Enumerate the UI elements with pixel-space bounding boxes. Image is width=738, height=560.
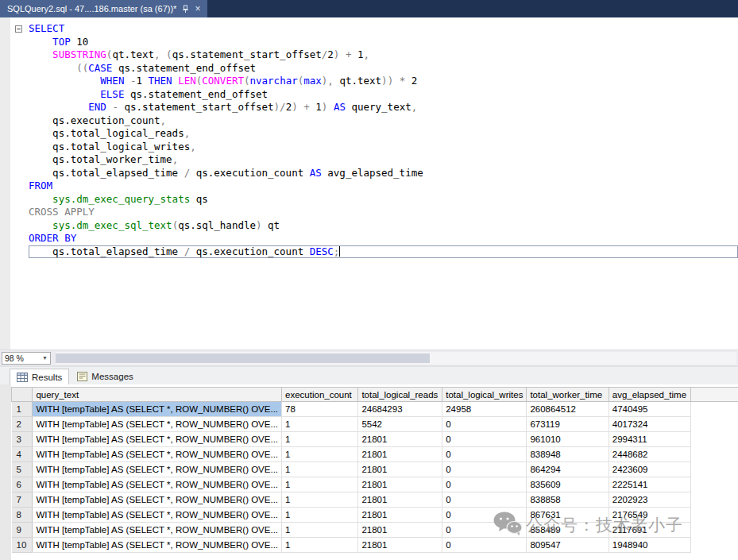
- cell-query_text[interactable]: WITH [tempTable] AS (SELECT *, ROW_NUMBE…: [33, 477, 282, 492]
- cell-execution_count[interactable]: 1: [282, 477, 358, 492]
- cell-avg_elapsed_time[interactable]: 4740495: [609, 402, 691, 417]
- code-line[interactable]: ORDER BY: [29, 232, 738, 245]
- cell-total_logical_reads[interactable]: 21801: [358, 447, 442, 462]
- cell-avg_elapsed_time[interactable]: 1948940: [609, 538, 691, 553]
- row-number[interactable]: 8: [12, 508, 33, 523]
- row-number[interactable]: 3: [12, 432, 33, 447]
- cell-execution_count[interactable]: 1: [282, 523, 358, 538]
- cell-total_worker_time[interactable]: 838948: [527, 447, 609, 462]
- cell-total_worker_time[interactable]: 809547: [527, 538, 609, 553]
- code-line[interactable]: END - qs.statement_start_offset)/2) + 1)…: [29, 101, 738, 114]
- cell-avg_elapsed_time[interactable]: 4017324: [609, 417, 691, 432]
- cell-avg_elapsed_time[interactable]: 2225141: [609, 477, 691, 492]
- grid-corner-cell[interactable]: [12, 388, 33, 402]
- cell-total_worker_time[interactable]: 961010: [527, 432, 609, 447]
- cell-total_logical_reads[interactable]: 21801: [358, 523, 442, 538]
- code-line[interactable]: qs.total_logical_reads,: [29, 127, 738, 141]
- cell-total_worker_time[interactable]: 838858: [527, 492, 609, 508]
- cell-total_logical_reads[interactable]: 5542: [358, 417, 442, 432]
- code-line[interactable]: WHEN -1 THEN LEN(CONVERT(nvarchar(max), …: [29, 75, 738, 88]
- cell-total_logical_writes[interactable]: 0: [442, 417, 527, 432]
- row-number[interactable]: 10: [12, 538, 33, 553]
- column-header-query_text[interactable]: query_text: [33, 388, 282, 402]
- cell-execution_count[interactable]: 78: [282, 402, 358, 417]
- cell-execution_count[interactable]: 1: [282, 538, 358, 553]
- cell-total_logical_writes[interactable]: 0: [442, 538, 527, 553]
- cell-total_logical_writes[interactable]: 0: [442, 477, 527, 492]
- code-line[interactable]: TOP 10: [29, 36, 738, 49]
- cell-avg_elapsed_time[interactable]: 2202923: [609, 492, 691, 508]
- cell-total_worker_time[interactable]: 867631: [527, 508, 609, 523]
- cell-execution_count[interactable]: 1: [282, 492, 358, 508]
- column-header-avg_elapsed_time[interactable]: avg_elapsed_time: [609, 388, 691, 402]
- cell-avg_elapsed_time[interactable]: 2117691: [609, 523, 691, 538]
- pin-icon[interactable]: [182, 5, 189, 14]
- code-line[interactable]: sys.dm_exec_sql_text(qs.sql_handle) qt: [29, 219, 738, 233]
- cell-total_worker_time[interactable]: 673119: [527, 417, 609, 432]
- row-number[interactable]: 9: [12, 523, 33, 538]
- row-number[interactable]: 2: [12, 417, 33, 432]
- code-line[interactable]: qs.total_worker_time,: [29, 153, 738, 167]
- sql-editor[interactable]: − SELECT TOP 10 SUBSTRING(qt.text, (qs.s…: [0, 17, 738, 350]
- scrollbar-thumb[interactable]: [56, 353, 430, 363]
- code-line[interactable]: ((CASE qs.statement_end_offset: [29, 62, 738, 75]
- cell-total_worker_time[interactable]: 835609: [527, 477, 609, 492]
- code-line[interactable]: qs.total_elapsed_time / qs.execution_cou…: [29, 245, 738, 259]
- code-line[interactable]: qs.total_elapsed_time / qs.execution_cou…: [29, 167, 738, 180]
- code-line[interactable]: SUBSTRING(qt.text, (qs.statement_start_o…: [29, 48, 738, 62]
- cell-total_logical_reads[interactable]: 24684293: [358, 402, 442, 417]
- row-number[interactable]: 5: [12, 462, 33, 477]
- tab-messages[interactable]: Messages: [71, 369, 139, 384]
- row-number[interactable]: 4: [12, 447, 33, 462]
- column-header-total_logical_writes[interactable]: total_logical_writes: [442, 388, 527, 402]
- document-tab[interactable]: SQLQuery2.sql - 47....186.master (sa (67…: [0, 0, 207, 17]
- cell-query_text[interactable]: WITH [tempTable] AS (SELECT *, ROW_NUMBE…: [33, 538, 282, 553]
- cell-total_logical_reads[interactable]: 21801: [358, 477, 442, 492]
- cell-execution_count[interactable]: 1: [282, 508, 358, 523]
- cell-total_logical_reads[interactable]: 21801: [358, 508, 442, 523]
- cell-total_logical_writes[interactable]: 0: [442, 523, 527, 538]
- cell-query_text[interactable]: WITH [tempTable] AS (SELECT *, ROW_NUMBE…: [33, 462, 282, 477]
- cell-total_logical_reads[interactable]: 21801: [358, 492, 442, 508]
- cell-query_text[interactable]: WITH [tempTable] AS (SELECT *, ROW_NUMBE…: [33, 508, 282, 523]
- cell-avg_elapsed_time[interactable]: 2994311: [609, 432, 691, 447]
- cell-query_text[interactable]: WITH [tempTable] AS (SELECT *, ROW_NUMBE…: [33, 492, 282, 508]
- cell-total_logical_writes[interactable]: 0: [442, 462, 527, 477]
- cell-execution_count[interactable]: 1: [282, 447, 358, 462]
- cell-avg_elapsed_time[interactable]: 2448682: [609, 447, 691, 462]
- close-icon[interactable]: ×: [195, 4, 200, 14]
- cell-total_worker_time[interactable]: 864294: [527, 462, 609, 477]
- cell-query_text[interactable]: WITH [tempTable] AS (SELECT *, ROW_NUMBE…: [33, 432, 282, 447]
- cell-execution_count[interactable]: 1: [282, 432, 358, 447]
- cell-total_logical_writes[interactable]: 0: [442, 492, 527, 508]
- code-line[interactable]: qs.total_logical_writes,: [29, 141, 738, 154]
- row-number[interactable]: 1: [12, 402, 33, 417]
- cell-total_logical_writes[interactable]: 24958: [442, 402, 527, 417]
- cell-total_logical_writes[interactable]: 0: [442, 447, 527, 462]
- tab-results[interactable]: Results: [10, 369, 69, 384]
- cell-total_logical_reads[interactable]: 21801: [358, 432, 442, 447]
- cell-total_worker_time[interactable]: 858489: [527, 523, 609, 538]
- column-header-total_worker_time[interactable]: total_worker_time: [527, 388, 609, 402]
- row-number[interactable]: 7: [12, 492, 33, 508]
- code-line[interactable]: qs.execution_count,: [29, 114, 738, 128]
- fold-collapse-icon[interactable]: −: [15, 25, 22, 33]
- cell-query_text[interactable]: WITH [tempTable] AS (SELECT *, ROW_NUMBE…: [33, 417, 282, 432]
- cell-total_logical_writes[interactable]: 0: [442, 432, 527, 447]
- zoom-control[interactable]: 98 % ▼: [2, 352, 51, 365]
- column-header-execution_count[interactable]: execution_count: [282, 388, 358, 402]
- code-line[interactable]: SELECT: [29, 22, 738, 36]
- code-line[interactable]: CROSS APPLY: [29, 206, 738, 219]
- horizontal-scrollbar[interactable]: [56, 352, 736, 365]
- row-number[interactable]: 6: [12, 477, 33, 492]
- cell-total_logical_reads[interactable]: 21801: [358, 538, 442, 553]
- cell-total_logical_writes[interactable]: 0: [442, 508, 527, 523]
- code-line[interactable]: FROM: [29, 180, 738, 193]
- code-line[interactable]: ELSE qs.statement_end_offset: [29, 88, 738, 102]
- cell-execution_count[interactable]: 1: [282, 462, 358, 477]
- cell-query_text[interactable]: WITH [tempTable] AS (SELECT *, ROW_NUMBE…: [33, 523, 282, 538]
- cell-total_logical_reads[interactable]: 21801: [358, 462, 442, 477]
- cell-query_text[interactable]: WITH [tempTable] AS (SELECT *, ROW_NUMBE…: [33, 402, 282, 417]
- column-header-total_logical_reads[interactable]: total_logical_reads: [358, 388, 442, 402]
- cell-avg_elapsed_time[interactable]: 2176549: [609, 508, 691, 523]
